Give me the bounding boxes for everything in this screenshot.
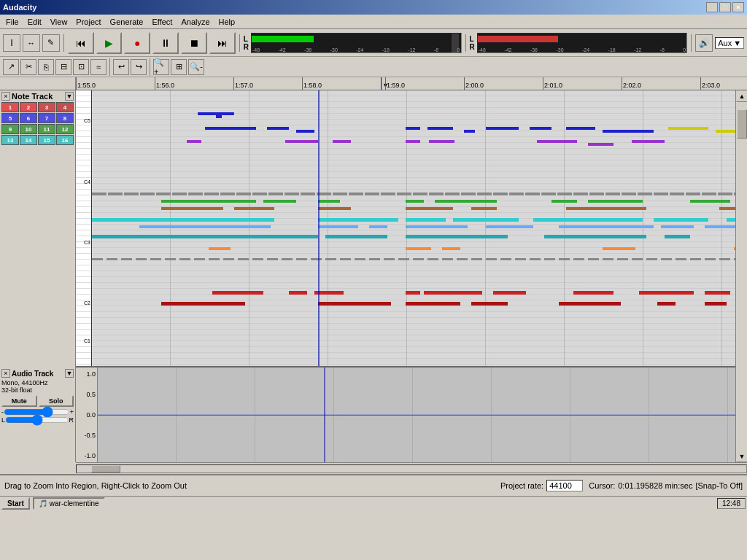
note-track-content-area: C5 C4 C3 C2 C1 xyxy=(76,90,735,366)
vu-scale-right: -48-42-36-30-24-18-12-60 xyxy=(478,47,687,52)
rtick-2: 1:57.0 xyxy=(233,77,253,90)
skip-fwd-button[interactable]: ⏭ xyxy=(209,32,236,54)
sep1 xyxy=(63,34,64,52)
audio-playhead xyxy=(324,368,325,462)
hscroll-thumb[interactable] xyxy=(91,465,120,472)
menu-bar: File Edit View Project Generate Effect A… xyxy=(0,15,747,29)
note-track-wrapper: × Note Track ▼ 1 2 3 4 5 6 7 8 9 10 11 xyxy=(0,90,735,368)
redo-btn[interactable]: ↪ xyxy=(131,59,147,75)
ch-13[interactable]: 13 xyxy=(1,135,19,145)
midi-canvas[interactable] xyxy=(92,90,735,366)
menu-edit[interactable]: Edit xyxy=(23,16,46,28)
vu-bar-right2 xyxy=(478,36,558,42)
ch-10[interactable]: 10 xyxy=(20,124,37,134)
menu-view[interactable]: View xyxy=(46,16,72,28)
start-button[interactable]: Start xyxy=(1,497,30,510)
stop-button[interactable]: ⏹ xyxy=(181,32,207,54)
play-button[interactable]: ▶ xyxy=(96,32,123,54)
zoom-in-btn[interactable]: 🔍+ xyxy=(153,59,169,75)
menu-analyze[interactable]: Analyze xyxy=(177,16,214,28)
project-rate-input[interactable] xyxy=(546,480,583,491)
maximize-button[interactable]: □ xyxy=(719,2,731,12)
copy-tool[interactable]: ⎘ xyxy=(38,59,54,75)
ch-3[interactable]: 3 xyxy=(38,102,55,112)
audio-track-header: × Audio Track ▼ xyxy=(1,369,74,378)
note-track-name: Note Track xyxy=(12,92,63,101)
vu-meter-right[interactable]: -48-42-36-30-24-18-12-60 xyxy=(477,33,688,53)
zoom-tool[interactable]: ↔ xyxy=(23,34,40,52)
solo-button[interactable]: Solo xyxy=(39,395,74,407)
skip-back-button[interactable]: ⏮ xyxy=(68,32,94,54)
audio-track-info: Mono, 44100Hz xyxy=(1,379,74,386)
taskbar: Start 🎵 war-clementine 12:48 xyxy=(0,496,747,510)
snap-indicator: [Snap-To Off] xyxy=(695,481,743,490)
pan-slider[interactable] xyxy=(5,416,69,424)
zero-line xyxy=(98,415,735,416)
ch-7[interactable]: 7 xyxy=(38,113,55,123)
aux-dropdown[interactable]: Aux▼ xyxy=(715,37,744,49)
sep2 xyxy=(239,34,240,52)
ch-8[interactable]: 8 xyxy=(56,113,74,123)
midi-playhead xyxy=(318,90,320,366)
zoom-out-btn[interactable]: 🔍- xyxy=(188,59,204,75)
channel-buttons: 1 2 3 4 5 6 7 8 9 10 11 12 13 14 15 16 xyxy=(1,102,74,145)
edit-tool[interactable]: ✂ xyxy=(20,59,36,75)
ch-14[interactable]: 14 xyxy=(20,135,37,145)
ch-16[interactable]: 16 xyxy=(56,135,74,145)
menu-file[interactable]: File xyxy=(1,16,23,28)
cursor-field: Cursor: 0:01.195828 min:sec [Snap-To Off… xyxy=(589,481,743,490)
transport-bar: I ↔ ✎ ⏮ ▶ ● ⏸ ⏹ ⏭ LR -48-42-36-30-24-18-… xyxy=(0,29,747,57)
minimize-button[interactable]: _ xyxy=(706,2,718,12)
project-rate-label: Project rate: xyxy=(500,481,543,490)
menu-project[interactable]: Project xyxy=(71,16,105,28)
ch-11[interactable]: 11 xyxy=(38,124,55,134)
ch-2[interactable]: 2 xyxy=(20,102,37,112)
mute-button[interactable]: Mute xyxy=(1,395,37,407)
draw-audio-tool[interactable]: ≈ xyxy=(90,59,107,75)
vscroll-up[interactable]: ▲ xyxy=(736,90,747,102)
undo-btn[interactable]: ↩ xyxy=(113,59,129,75)
piano-keys: C5 C4 C3 C2 C1 xyxy=(76,90,92,366)
audio-track-info2: 32-bit float xyxy=(1,386,74,394)
sep6 xyxy=(150,58,150,76)
ch-1[interactable]: 1 xyxy=(1,102,19,112)
title-bar: Audacity _ □ × xyxy=(0,0,747,15)
vscroll-down[interactable]: ▼ xyxy=(736,451,747,462)
audio-track-menu[interactable]: ▼ xyxy=(65,369,74,378)
menu-effect[interactable]: Effect xyxy=(147,16,177,28)
select-tool[interactable]: ↗ xyxy=(3,59,19,75)
vu-bar-left xyxy=(252,36,314,42)
zoom-fit-btn[interactable]: ⊞ xyxy=(171,59,187,75)
record-button[interactable]: ● xyxy=(124,32,150,54)
ch-5[interactable]: 5 xyxy=(1,113,19,123)
hscrollbar[interactable] xyxy=(76,464,747,473)
rtick-0: 1:55.0 xyxy=(76,77,96,90)
audio-track-close[interactable]: × xyxy=(1,369,10,378)
vscroll-thumb[interactable] xyxy=(737,109,747,139)
close-button[interactable]: × xyxy=(732,2,744,12)
menu-help[interactable]: Help xyxy=(214,16,240,28)
tool1[interactable]: 🔊 xyxy=(695,34,713,52)
cursor-tool[interactable]: I xyxy=(3,34,20,52)
waveform-area[interactable] xyxy=(98,368,735,462)
ch-9[interactable]: 9 xyxy=(1,124,19,134)
silence-tool[interactable]: ⊡ xyxy=(73,59,89,75)
trim-tool[interactable]: ⊟ xyxy=(55,59,71,75)
ruler-ticks[interactable]: 1:55.0 1:56.0 1:57.0 1:58.0 ▼ 1:59.0 2:0… xyxy=(76,77,747,90)
pause-button[interactable]: ⏸ xyxy=(152,32,179,54)
ch-15[interactable]: 15 xyxy=(38,135,55,145)
ch-12[interactable]: 12 xyxy=(56,124,74,134)
note-track-menu[interactable]: ▼ xyxy=(65,92,74,101)
cursor-value: 0:01.195828 min:sec xyxy=(618,481,692,490)
note-track-close[interactable]: × xyxy=(1,92,10,101)
audio-track-name: Audio Track xyxy=(12,370,63,378)
ch-6[interactable]: 6 xyxy=(20,113,37,123)
ch-4[interactable]: 4 xyxy=(56,102,74,112)
pan-row: L R xyxy=(1,416,74,424)
menu-generate[interactable]: Generate xyxy=(106,16,148,28)
taskbar-audacity[interactable]: 🎵 war-clementine xyxy=(33,497,105,510)
audio-content-area: 1.0 0.5 0.0 -0.5 -1.0 xyxy=(76,368,735,462)
rtick-1: 1:56.0 xyxy=(155,77,174,90)
vu-meter-left[interactable]: -48-42-36-30-24-18-12-60 xyxy=(251,33,462,53)
draw-tool[interactable]: ✎ xyxy=(42,34,60,52)
